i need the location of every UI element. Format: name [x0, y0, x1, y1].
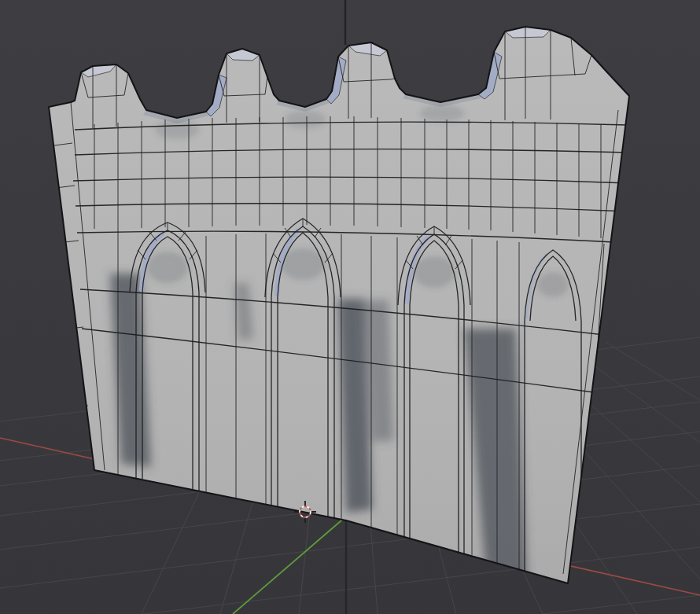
viewport-canvas[interactable]	[0, 0, 700, 614]
3d-viewport[interactable]	[0, 0, 700, 614]
